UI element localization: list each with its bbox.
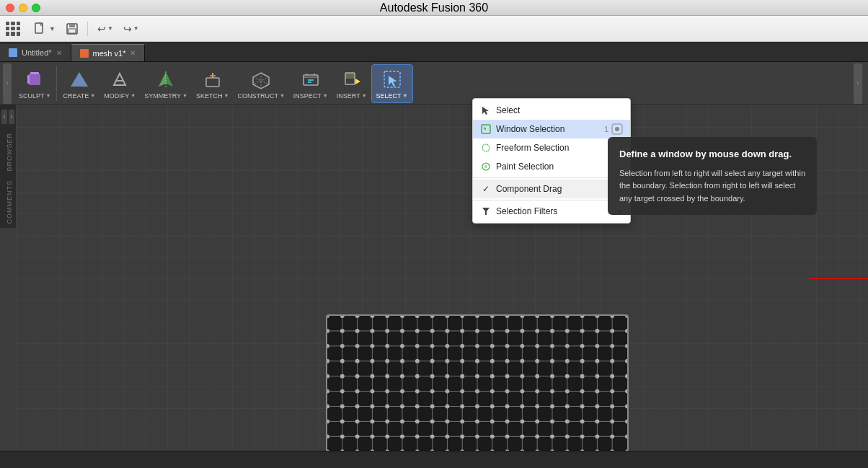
svg-point-141 (595, 359, 599, 363)
create-icon (68, 68, 91, 91)
apps-icon[interactable] (6, 22, 20, 36)
svg-point-122 (625, 344, 627, 348)
svg-point-185 (625, 389, 627, 394)
panel-arrows: ‹ › (0, 105, 16, 128)
inspect-tool[interactable]: INSPECT ▼ (289, 65, 332, 102)
svg-point-217 (475, 419, 479, 423)
symmetry-tool[interactable]: SYMMETRY ▼ (140, 65, 192, 102)
untitled-tab-icon (9, 48, 17, 57)
svg-point-160 (565, 374, 570, 379)
svg-point-92 (490, 329, 495, 333)
dropdown-item-window-selection[interactable]: Window Selection 1 (473, 120, 630, 138)
svg-point-236 (445, 434, 449, 438)
maximize-button[interactable] (32, 4, 40, 12)
paint-sel-icon (480, 161, 492, 172)
svg-point-163 (610, 374, 614, 379)
svg-point-146 (355, 374, 360, 379)
svg-point-158 (535, 374, 539, 379)
dropdown-item-freeform-selection[interactable]: Freeform Selection 2 (473, 138, 630, 157)
svg-point-175 (475, 389, 479, 394)
dropdown-item-selection-filters[interactable]: Selection Filters ▶ (473, 202, 630, 221)
modify-tool[interactable]: MODIFY ▼ (99, 65, 140, 102)
comments-label[interactable]: COMMENTS (0, 176, 16, 229)
svg-point-72 (505, 316, 510, 318)
svg-point-191 (400, 405, 404, 409)
browser-label[interactable]: BROWSER (0, 128, 16, 176)
file-dropdown-arrow: ▼ (49, 25, 56, 32)
svg-point-87 (415, 329, 420, 333)
svg-point-219 (505, 419, 510, 423)
svg-point-166 (340, 389, 345, 394)
svg-point-248 (625, 434, 627, 438)
svg-point-66 (415, 316, 420, 318)
undo-button[interactable]: ↩ ▼ (94, 22, 117, 36)
svg-rect-334 (482, 125, 490, 133)
svg-point-157 (520, 374, 524, 379)
svg-point-137 (535, 359, 539, 363)
check-icon: ✓ (480, 183, 492, 195)
svg-point-161 (580, 374, 585, 379)
dropdown-item-select[interactable]: Select (473, 101, 630, 120)
svg-point-235 (430, 434, 435, 438)
svg-point-174 (460, 389, 464, 394)
tab-mesh-label: mesh v1* (93, 49, 126, 58)
svg-point-196 (475, 405, 479, 409)
insert-tool[interactable]: INSERT ▼ (332, 65, 371, 102)
tab-mesh[interactable]: mesh v1* ✕ (71, 44, 146, 61)
dropdown-item-paint-selection[interactable]: Paint Selection 3 (473, 157, 630, 176)
svg-point-242 (535, 434, 539, 438)
svg-point-214 (430, 419, 435, 423)
minimize-button[interactable] (19, 4, 27, 12)
freeform-sel-label: Freeform Selection (496, 143, 569, 153)
mesh-object[interactable] (326, 314, 629, 451)
svg-point-145 (340, 374, 345, 379)
svg-point-206 (625, 405, 627, 409)
create-tool[interactable]: CREATE ▼ (58, 65, 99, 102)
svg-point-77 (580, 316, 585, 318)
svg-point-181 (565, 389, 570, 394)
svg-point-234 (415, 434, 420, 438)
dropdown-item-component-drag[interactable]: ✓ Component Drag (473, 180, 630, 198)
tab-mesh-close[interactable]: ✕ (130, 49, 136, 57)
toolbar-collapse-right[interactable]: › (854, 63, 862, 104)
svg-point-78 (595, 316, 599, 318)
svg-point-115 (520, 344, 524, 348)
collapse-right-icon: › (857, 80, 859, 87)
svg-point-139 (565, 359, 570, 363)
svg-point-128 (400, 359, 404, 363)
panel-collapse-right[interactable]: › (9, 110, 14, 124)
svg-point-194 (445, 405, 449, 409)
svg-point-184 (610, 389, 614, 394)
select-tool[interactable]: SELECT ▼ (371, 64, 413, 103)
redo-button[interactable]: ↪ ▼ (120, 22, 143, 36)
sketch-tool[interactable]: SKETCH ▼ (192, 65, 233, 102)
construct-tool[interactable]: CONSTRUCT ▼ (233, 65, 288, 102)
svg-point-121 (610, 344, 614, 348)
toolbar-collapse-left[interactable]: ‹ (3, 63, 12, 104)
svg-point-113 (490, 344, 495, 348)
svg-rect-5 (30, 72, 39, 74)
svg-marker-29 (389, 76, 397, 87)
svg-point-61 (340, 316, 345, 318)
redo-icon: ↪ (123, 23, 132, 35)
close-button[interactable] (6, 4, 14, 12)
inspect-label: INSPECT ▼ (293, 92, 328, 100)
save-button[interactable] (63, 22, 81, 36)
sculpt-tool[interactable]: SCULPT ▼ (14, 65, 55, 102)
tab-untitled[interactable]: Untitled* ✕ (0, 44, 71, 61)
svg-rect-12 (206, 78, 219, 87)
svg-point-171 (415, 389, 420, 394)
file-button[interactable]: ▼ (29, 21, 60, 37)
tab-untitled-close[interactable]: ✕ (56, 49, 62, 57)
svg-point-187 (340, 405, 345, 409)
svg-point-216 (460, 419, 464, 423)
svg-point-124 (340, 359, 345, 363)
panel-collapse-left[interactable]: ‹ (1, 110, 7, 124)
redo-dropdown-arrow: ▼ (133, 25, 139, 32)
filters-icon (480, 206, 492, 217)
svg-point-83 (355, 329, 360, 333)
svg-point-189 (370, 405, 374, 409)
select-label: SELECT ▼ (376, 92, 408, 100)
svg-point-152 (445, 374, 449, 379)
svg-point-93 (505, 329, 510, 333)
